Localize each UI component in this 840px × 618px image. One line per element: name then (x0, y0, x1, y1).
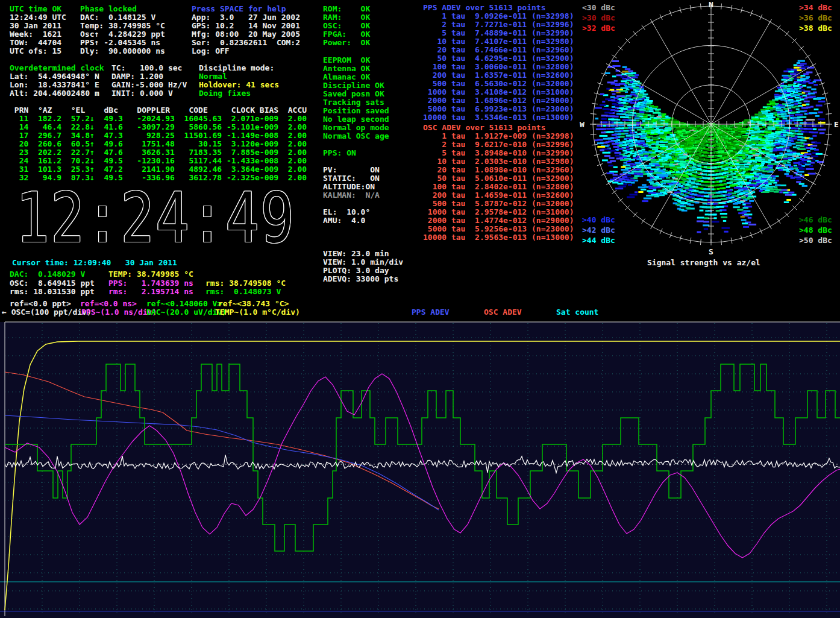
adev-row: 500 tau 6.5630e-012 (n=32000) (423, 80, 574, 88)
text-line: Normal (199, 72, 279, 81)
text-run: PPS ADEV (412, 308, 450, 317)
legend-item: >40 dBc (582, 215, 615, 225)
dbc-legend-bottom-left: >40 dBc>42 dBc>44 dBc (582, 215, 615, 245)
text-line: PPS↑ -2.045345 ns (80, 39, 165, 47)
cardinal-label-n: N (709, 0, 713, 9)
text-run: DAC: 0.148029 V (10, 270, 85, 279)
table-row: 14 46.4 22.8↓ 41.6 -3097.29 5860.56 -5.1… (10, 123, 307, 131)
adev-title: PPS ADEV over 51613 points (423, 4, 574, 12)
adev-row: 1000 tau 3.4108e-012 (n=31000) (423, 88, 574, 96)
legend-item: >50 dBc (799, 235, 832, 245)
pps-status: PPS: ON (323, 149, 356, 157)
text-line: PV: ON (323, 166, 380, 174)
text-line: ref=<0.0 ppt>ref=<0.0 ns>ref~<0.148060 V… (0, 300, 840, 308)
text-line: RAM: OK (323, 13, 370, 22)
table-row: 11 182.2 57.2↓ 49.3 -2024.93 16045.63 2.… (10, 115, 307, 123)
text-run: PPS~(1.0 ns/div) (81, 308, 157, 317)
adev-row: 20 tau 1.0898e-010 (n=32960) (423, 166, 574, 174)
discipline-mode-block: Discipline mode:NormalHoldover: 41 secsD… (199, 64, 279, 98)
text-line: Antenna OK (323, 65, 389, 73)
text-line: STATIC: ON (323, 174, 380, 183)
legend-item: >44 dBc (582, 235, 615, 245)
adev-row: 5000 tau 6.9923e-013 (n=23000) (423, 105, 574, 113)
text-line: Ser: 0.82362611 COM:2 (192, 39, 300, 47)
text-line: AMU: 4.0 (323, 216, 370, 225)
adev-row: 2 tau 7.7271e-011 (n=32996) (423, 20, 574, 29)
text-line: 12:24:49 UTC (10, 13, 66, 22)
table-row: 24 161.2 70.2↓ 49.5 -1230.16 5117.44 -1.… (10, 157, 307, 165)
text-line: No leap second (323, 115, 389, 124)
text-line: Lon: 18.4337841° E (10, 81, 104, 89)
text-line: KALMAN: N/A (323, 191, 380, 200)
dbc-legend-top-left: <30 dBc>30 dBc>32 dBc (582, 2, 615, 33)
elevation-mask-block: EL: 10.0°AMU: 4.0 (323, 208, 370, 225)
fix-mode-list: PV: ONSTATIC: ONALTITUDE:ONKALMAN: N/A (323, 166, 380, 200)
text-line: DAC: 0.148029 VTEMP: 38.749985 °C (0, 270, 422, 279)
text-line: Press SPACE for help (192, 5, 300, 13)
text-run: TEMP~(1.0 m°C/div) (215, 308, 300, 317)
text-line: ALTITUDE:ON (323, 183, 380, 191)
text-line: DAC: 0.148125 V (80, 13, 165, 22)
text-line: rms: 18.031530 pptrms: 2.195714 nsrms: 0… (0, 288, 422, 296)
text-run: rms: 0.148073 V (205, 288, 281, 296)
text-line: ← OSC=(100 ppt/div)PPS~(1.0 ns/div)DAC~(… (0, 308, 840, 317)
legend-item: >42 dBc (582, 225, 615, 235)
text-line: Lat: 54.4964948° N (10, 72, 104, 81)
text-run: ref~<38.743 °C> (218, 300, 289, 308)
text-line: Position saved (323, 107, 389, 115)
legend-item: >48 dBc (799, 225, 832, 235)
adev-row: 5000 tau 5.9256e-013 (n=23000) (423, 225, 574, 233)
main-strip-chart[interactable] (0, 320, 840, 618)
legend-item: >34 dBc (799, 2, 832, 13)
legend-item: >36 dBc (799, 13, 832, 23)
text-line: Normal OSC age (323, 132, 389, 140)
text-line: Week: 1621 (10, 30, 66, 39)
text-line: UTC ofs: 15 (10, 47, 66, 55)
text-line: GPS: 10.2 14 Nov 2001 (192, 22, 300, 30)
text-line: Holdover: 41 secs (199, 81, 279, 89)
text-line: OSC: OK (323, 22, 370, 30)
text-line: TC: 100.0 sec (111, 64, 187, 72)
loop-params-block: TC: 100.0 secDAMP: 1.200GAIN:-5.000 Hz/V… (111, 64, 187, 98)
text-run: Sat count (556, 308, 598, 317)
text-run: PPS: 1.743639 ns (108, 279, 193, 288)
position-block: Overdetermined clockLat: 54.4964948° NLo… (10, 64, 104, 98)
text-line: Normal op mode (323, 124, 389, 132)
dbc-legend-top-right: >34 dBc>36 dBc>38 dBc (799, 2, 832, 33)
text-run: ← OSC=(100 ppt/div) (2, 308, 92, 317)
text-line: Phase locked (80, 5, 165, 13)
adev-row: 5 tau 7.4889e-011 (n=32990) (423, 29, 574, 37)
legend-item: >46 dBc (799, 215, 832, 225)
adev-row: 5 tau 3.8948e-010 (n=32990) (423, 149, 574, 157)
utc-status-block: UTC time OK12:24:49 UTC30 Jan 2011Week: … (10, 5, 66, 55)
dbc-legend-bottom-right: >46 dBc>48 dBc>50 dBc (799, 215, 832, 245)
text-line: FPGA: OK (323, 30, 370, 39)
adev-row: 2 tau 9.6217e-010 (n=32996) (423, 140, 574, 149)
adev-row: 10 tau 2.0303e-010 (n=32980) (423, 157, 574, 166)
text-line: TOW: 44704 (10, 39, 66, 47)
legend-item: <30 dBc (582, 2, 615, 13)
text-run: ref=<0.0 ns> (80, 300, 137, 308)
text-line: VIEW: 23.0 min (323, 250, 403, 258)
text-line: 30 Jan 2011 (10, 22, 66, 30)
adev-row: 1 tau 1.9127e-009 (n=32998) (423, 132, 574, 140)
text-line: PPS: ON (323, 149, 356, 157)
text-run: ref~<0.148060 V> (146, 300, 222, 308)
text-line: Overdetermined clock (10, 64, 104, 72)
adev-row: 1 tau 9.0926e-011 (n=32998) (423, 12, 574, 20)
text-line: Osc↑ 4.284229 ppt (80, 30, 165, 39)
text-line: INIT: 0.000 V (111, 89, 187, 98)
text-line: OSC: 8.649415 pptPPS: 1.743639 nsrms: 38… (0, 279, 422, 288)
text-line: EEPROM OK (323, 56, 389, 65)
adev-row: 200 tau 1.6357e-011 (n=32600) (423, 71, 574, 80)
table-row: 20 260.6 60.5↑ 49.6 1751.48 30.15 3.120e… (10, 140, 307, 148)
text-line: Discipline mode: (199, 64, 279, 72)
text-line: Power: OK (323, 39, 370, 47)
adev-row: 50 tau 5.0610e-011 (n=32900) (423, 174, 574, 183)
adev-row: 200 tau 1.4659e-011 (n=32600) (423, 191, 574, 200)
legend-item: >38 dBc (799, 23, 832, 33)
help-version-block: Press SPACE for helpApp: 3.0 27 Jun 2002… (192, 5, 300, 55)
adev-row: 2000 tau 1.6896e-012 (n=29000) (423, 96, 574, 105)
text-run: Cursor time: 12:09:40 30 Jan 2011 (12, 259, 177, 267)
text-line: Discipline OK (323, 81, 389, 90)
